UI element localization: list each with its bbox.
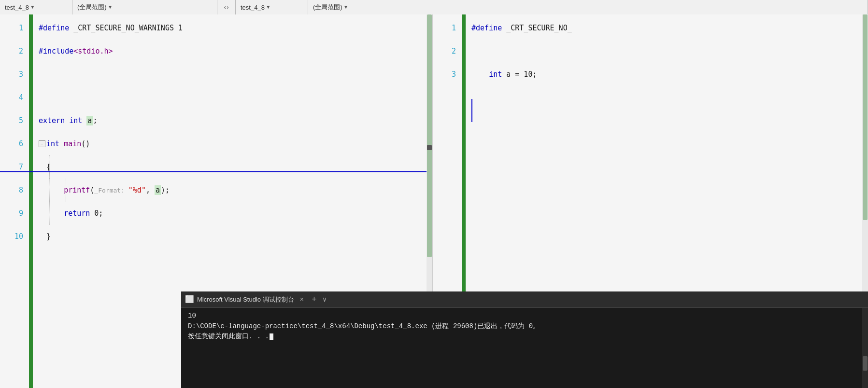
- terminal-scrollbar-thumb[interactable]: [863, 356, 868, 371]
- left-scope-label: (全局范围): [77, 3, 107, 12]
- right-tab-arrow: ▼: [267, 4, 270, 10]
- terminal-output-2: D:\CODE\c-language-practice\test_4_8\x64…: [188, 321, 861, 332]
- line-number: 8: [0, 179, 27, 202]
- left-scope-arrow: ▼: [109, 4, 112, 10]
- right-code-line-3: int a = 10;: [471, 63, 862, 86]
- right-blue-cursor: [471, 99, 472, 122]
- code-line-8: printf(_Format: "%d", a);: [39, 179, 427, 202]
- right-tab-label: test_4_8: [241, 4, 265, 11]
- right-code-line-1: #define _CRT_SECURE_NO_: [471, 16, 862, 40]
- terminal-scrollbar[interactable]: [862, 308, 868, 388]
- blue-cursor-line: [0, 171, 427, 172]
- terminal-close-btn[interactable]: ×: [298, 296, 306, 304]
- terminal-panel: ⬜ Microsoft Visual Studio 调试控制台 × + ∨ 10…: [181, 291, 868, 388]
- terminal-chevron-btn[interactable]: ∨: [323, 295, 327, 304]
- line-number: 2: [0, 40, 27, 63]
- terminal-title: Microsoft Visual Studio 调试控制台: [197, 295, 294, 304]
- line-number: 6: [0, 132, 27, 155]
- right-file-tab[interactable]: test_4_8 ▼: [236, 0, 308, 14]
- line-number: 1: [0, 16, 27, 40]
- code-line-2: #include<stdio.h>: [39, 40, 427, 63]
- line-number: 10: [0, 225, 27, 248]
- code-line-6: −int main(): [39, 132, 427, 155]
- terminal-plus-btn[interactable]: +: [309, 295, 320, 305]
- terminal-window-icon: ⬜: [185, 295, 194, 304]
- code-line-3: [39, 63, 427, 86]
- left-file-tab[interactable]: test_4_8 ▼: [0, 0, 72, 14]
- code-line-10: }: [39, 225, 427, 248]
- line-number: 7: [0, 155, 27, 179]
- line-numbers-left: 1 2 3 4 5 6 7 8 9 10: [0, 14, 29, 388]
- left-tab-arrow: ▼: [31, 4, 34, 10]
- right-scrollbar-thumb[interactable]: [863, 14, 868, 220]
- terminal-body: 10 D:\CODE\c-language-practice\test_4_8\…: [181, 308, 868, 388]
- terminal-tab-bar: ⬜ Microsoft Visual Studio 调试控制台 × + ∨: [181, 291, 868, 308]
- code-line-1: #define _CRT_SECURE_NO_WARNINGS 1: [39, 16, 427, 40]
- left-scrollbar-cursor: [427, 145, 432, 150]
- terminal-output-1: 10: [188, 311, 861, 321]
- left-scrollbar-thumb[interactable]: [427, 14, 432, 257]
- terminal-cursor: [270, 333, 273, 340]
- right-scope-dropdown[interactable]: (全局范围) ▼: [308, 0, 868, 14]
- left-scope-dropdown[interactable]: (全局范围) ▼: [72, 0, 217, 14]
- green-bar-left: [29, 14, 33, 388]
- collapse-button[interactable]: −: [39, 140, 45, 147]
- line-number: 9: [0, 202, 27, 225]
- right-scope-arrow: ▼: [344, 4, 348, 10]
- line-number: 4: [0, 86, 27, 109]
- code-line-9: return 0;: [39, 202, 427, 225]
- right-scope-label: (全局范围): [313, 3, 342, 12]
- right-code-line-2: [471, 40, 862, 63]
- line-number: 3: [0, 63, 27, 86]
- code-line-5: extern int a;: [39, 109, 427, 132]
- code-line-4: [39, 86, 427, 109]
- line-number: 3: [433, 63, 460, 86]
- terminal-output-3: 按任意键关闭此窗口. . .: [188, 332, 861, 342]
- line-number: 5: [0, 109, 27, 132]
- split-view-icon[interactable]: ⇔: [217, 0, 236, 14]
- code-line-7: {: [39, 155, 427, 179]
- line-number: 1: [433, 16, 460, 40]
- line-number: 2: [433, 40, 460, 63]
- left-tab-label: test_4_8: [5, 4, 29, 11]
